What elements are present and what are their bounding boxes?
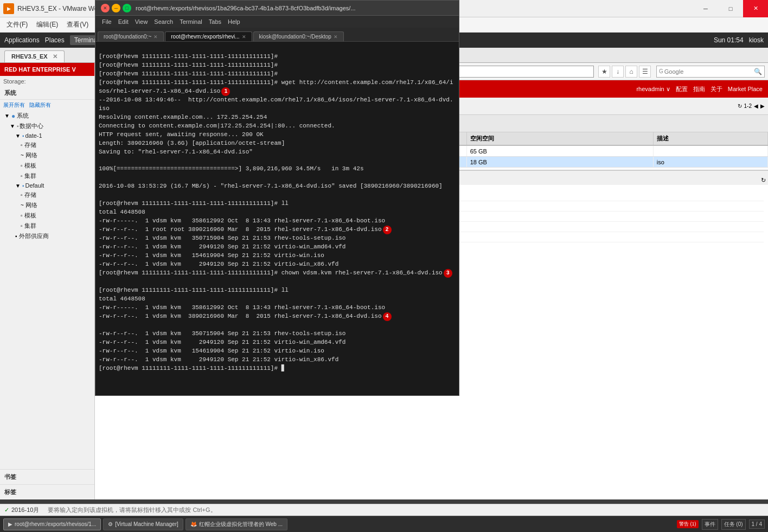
- cluster1-icon: ▫: [0, 173, 23, 179]
- gnome-places[interactable]: Places: [45, 36, 65, 44]
- rhev-guide[interactable]: 指南: [693, 85, 705, 93]
- term-menu-search[interactable]: Search: [151, 17, 176, 26]
- term-tab-close-2[interactable]: ✕: [334, 34, 338, 40]
- term-menu-help[interactable]: Help: [225, 17, 244, 26]
- default-expand: ▼: [0, 183, 21, 189]
- term-chown-output: [root@rhevm 11111111-1111-1111-1111-1111…: [99, 287, 385, 319]
- col-desc[interactable]: 描述: [653, 132, 767, 145]
- taskbar-vmm-icon: ⚙: [108, 521, 113, 527]
- tree-storage1[interactable]: ▫ 存储: [0, 140, 94, 150]
- status-ok-icon: ✓: [4, 507, 9, 514]
- rhev-about[interactable]: 关于: [711, 85, 722, 93]
- gnome-apps[interactable]: Applications: [4, 36, 40, 44]
- hide-all[interactable]: 隐藏所有: [29, 101, 51, 109]
- status-msg-bar: ✓ 2016-10月 要将输入定向到该虚拟机，请将鼠标指针移入其中或按 Ctrl…: [0, 504, 768, 516]
- template2-icon: ▫: [0, 213, 23, 219]
- tree-date1[interactable]: ▼ ▪ date-1: [0, 131, 94, 140]
- task-status[interactable]: 任务 (0): [721, 519, 746, 530]
- tree-template2[interactable]: ▫ 模板: [0, 210, 94, 221]
- term-tab-close-0[interactable]: ✕: [153, 34, 158, 40]
- storage2-icon: ▫: [0, 192, 23, 198]
- storage1-icon: ▫: [0, 142, 23, 148]
- network2-icon: ~: [0, 202, 24, 208]
- term-ll-output: -rw-r--r--. 1 vdsm kvm 350715904 Sep 21 …: [99, 235, 443, 276]
- search-input[interactable]: [664, 68, 753, 75]
- sidebar-brand: RED HAT ENTERPRISE V: [0, 63, 94, 76]
- page-status: 1 / 4: [749, 520, 765, 529]
- taskbar-terminal[interactable]: ▶ root@rhevm:/exports/rhevisos/1...: [3, 518, 101, 530]
- search-area: G 🔍: [656, 66, 765, 78]
- external-icon: ▪: [0, 233, 17, 239]
- rhev-marketplace[interactable]: Market Place: [728, 86, 763, 92]
- terminal-menubar: File Edit View Search Terminal Tabs Help: [95, 16, 459, 28]
- tree-dc-group[interactable]: ▼ ▪ 数据中心: [0, 121, 94, 131]
- tree-network1[interactable]: ~ 网络: [0, 150, 94, 161]
- taskbar-browser-icon: 🦊: [190, 521, 197, 527]
- taskbar-browser[interactable]: 🦊 红帽企业级虚拟化管理者的 Web ...: [185, 518, 287, 530]
- tree-system[interactable]: ▼ ● 系统: [0, 111, 94, 121]
- bookmark-button[interactable]: ★: [598, 66, 610, 78]
- tree-storage2[interactable]: ▫ 存储: [0, 190, 94, 200]
- next-page[interactable]: ▶: [760, 103, 765, 109]
- rhev-config[interactable]: 配置: [676, 85, 688, 93]
- tree-expand-system: ▼: [0, 113, 10, 119]
- menu-button[interactable]: ☰: [639, 66, 651, 78]
- terminal-minimize-button[interactable]: ─: [112, 4, 120, 12]
- event-status[interactable]: 事件: [702, 519, 718, 530]
- gnome-right: Sun 01:54 kiosk: [714, 36, 764, 44]
- alert-badge[interactable]: 警告 (1): [677, 520, 699, 528]
- taskbar-vmm[interactable]: ⚙ [Virtual Machine Manager]: [103, 518, 183, 530]
- detail-refresh[interactable]: ↻: [761, 177, 766, 184]
- tree-network2[interactable]: ~ 网络: [0, 200, 94, 210]
- term-tab-close-1[interactable]: ✕: [242, 34, 246, 40]
- vm-tab-close[interactable]: ✕: [53, 53, 57, 60]
- gnome-clock: Sun 01:54: [714, 36, 744, 44]
- tree-template1[interactable]: ▫ 模板: [0, 161, 94, 171]
- show-all[interactable]: 展开所有: [3, 101, 25, 109]
- prev-page[interactable]: ◀: [754, 103, 758, 109]
- rhev-user[interactable]: rhevadmin ∨: [636, 86, 670, 93]
- badge-4: 4: [383, 312, 392, 321]
- terminal-body[interactable]: [root@rhevm 11111111-1111-1111-1111-1111…: [95, 42, 459, 395]
- terminal-close-button[interactable]: ✕: [101, 4, 110, 12]
- term-tab-kiosk[interactable]: kiosk@foundation0:~/Desktop ✕: [253, 31, 344, 41]
- menu-view[interactable]: 查看(V): [62, 18, 93, 31]
- dc-icon: ▪: [17, 123, 19, 129]
- term-tab-foundation[interactable]: root@foundation0:~ ✕: [98, 31, 164, 41]
- gnome-kiosk: kiosk: [749, 36, 764, 44]
- cell-desc-1: [653, 145, 767, 157]
- term-menu-view[interactable]: View: [132, 17, 151, 26]
- bookmarks-section: 书签: [0, 469, 94, 484]
- refresh-icon[interactable]: ↻: [738, 103, 742, 109]
- vm-tab-rhev[interactable]: RHEV3.5_EX ✕: [4, 50, 65, 62]
- home-button[interactable]: ⌂: [625, 66, 637, 78]
- status-date: 2016-10月: [11, 506, 39, 514]
- term-menu-edit[interactable]: Edit: [115, 17, 132, 26]
- tree-cluster1[interactable]: ▫ 集群: [0, 171, 94, 181]
- term-menu-terminal[interactable]: Terminal: [176, 17, 206, 26]
- maximize-button[interactable]: □: [718, 0, 743, 17]
- tree-external[interactable]: ▪ 外部供应商: [0, 231, 94, 241]
- badge-2: 2: [383, 226, 392, 234]
- term-menu-tabs[interactable]: Tabs: [206, 17, 225, 26]
- tree-default[interactable]: ▼ ▪ Default: [0, 181, 94, 190]
- download-button[interactable]: ↓: [612, 66, 624, 78]
- term-menu-file[interactable]: File: [99, 17, 115, 26]
- system-icon: ●: [11, 112, 15, 120]
- term-wget-output: --2016-10-08 13:49:46-- http://content.e…: [99, 97, 453, 233]
- badge-1: 1: [221, 87, 230, 96]
- menu-file[interactable]: 文件(F): [2, 18, 32, 31]
- close-button[interactable]: ✕: [743, 0, 768, 17]
- term-ll2-output: -rw-r--r--. 1 vdsm kvm 350715904 Sep 21 …: [99, 330, 345, 371]
- search-icon[interactable]: 🔍: [754, 68, 762, 75]
- tree-cluster2[interactable]: ▫ 集群: [0, 221, 94, 231]
- terminal-window: ✕ ─ □ root@rhevm:/exports/rhevisos/1ba29…: [95, 0, 459, 396]
- app-icon: ▶: [3, 3, 14, 14]
- minimize-button[interactable]: ─: [693, 0, 718, 17]
- sidebar-actions: 展开所有 隐藏所有: [0, 100, 94, 111]
- menu-edit[interactable]: 编辑(E): [32, 18, 62, 31]
- terminal-title: root@rhevm:/exports/rhevisos/1ba296ca-bc…: [136, 5, 456, 11]
- terminal-maximize-button[interactable]: □: [123, 4, 131, 12]
- col-free[interactable]: 空闲空间: [466, 132, 653, 145]
- term-tab-rhevm[interactable]: root@rhevm:/exports/rhevi... ✕: [165, 31, 252, 41]
